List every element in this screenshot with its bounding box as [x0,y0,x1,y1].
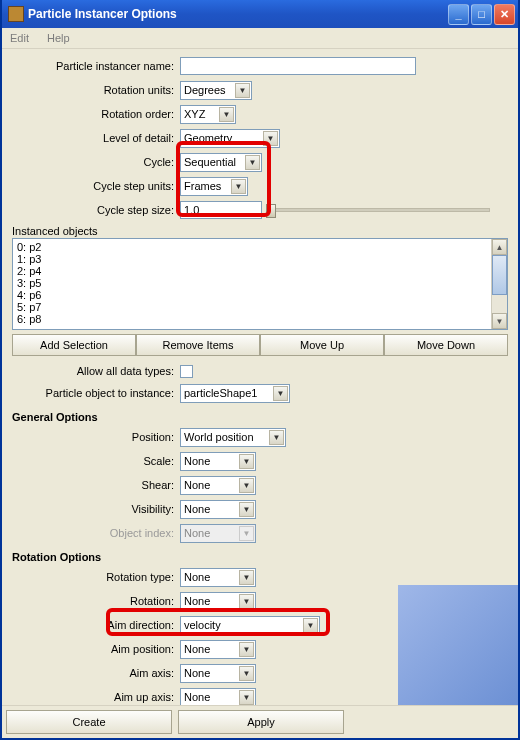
chevron-down-icon: ▼ [273,386,288,401]
position-value: World position [184,431,254,443]
move-down-button[interactable]: Move Down [384,334,508,356]
apply-button[interactable]: Apply [178,710,344,734]
cycle-value: Sequential [184,156,236,168]
minimize-button[interactable]: _ [448,4,469,25]
cycle-step-size-label: Cycle step size: [8,204,180,216]
particle-object-value: particleShape1 [184,387,257,399]
chevron-down-icon: ▼ [239,454,254,469]
rotation-label: Rotation: [8,595,180,607]
object-index-combo: None ▼ [180,524,256,543]
allow-all-data-types-label: Allow all data types: [8,365,180,377]
list-item[interactable]: 0: p2 [17,241,487,253]
title-bar: Particle Instancer Options _ □ ✕ [2,0,518,28]
cycle-step-units-combo[interactable]: Frames ▼ [180,177,248,196]
menu-bar: Edit Help [2,28,518,49]
cycle-step-units-label: Cycle step units: [8,180,180,192]
instancer-name-input[interactable] [180,57,416,75]
list-item[interactable]: 6: p8 [17,313,487,325]
rotation-type-combo[interactable]: None ▼ [180,568,256,587]
aim-direction-value: velocity [184,619,221,631]
visibility-label: Visibility: [8,503,180,515]
position-label: Position: [8,431,180,443]
chevron-down-icon: ▼ [231,179,246,194]
rotation-options-heading: Rotation Options [8,546,512,566]
rotation-combo[interactable]: None ▼ [180,592,256,611]
cycle-label: Cycle: [8,156,180,168]
remove-items-button[interactable]: Remove Items [136,334,260,356]
aim-axis-combo[interactable]: None ▼ [180,664,256,683]
scale-combo[interactable]: None ▼ [180,452,256,471]
list-item[interactable]: 5: p7 [17,301,487,313]
rotation-type-label: Rotation type: [8,571,180,583]
cycle-step-units-value: Frames [184,180,221,192]
list-item[interactable]: 3: p5 [17,277,487,289]
list-item[interactable]: 2: p4 [17,265,487,277]
visibility-combo[interactable]: None ▼ [180,500,256,519]
aim-direction-combo[interactable]: velocity ▼ [180,616,320,635]
content-area: Particle instancer name: Rotation units:… [2,49,518,705]
aim-up-axis-label: Aim up axis: [8,691,180,703]
aim-up-axis-value: None [184,691,210,703]
aim-position-combo[interactable]: None ▼ [180,640,256,659]
instanced-objects-list[interactable]: 0: p2 1: p3 2: p4 3: p5 4: p6 5: p7 6: p… [12,238,508,330]
chevron-down-icon: ▼ [239,478,254,493]
aim-axis-value: None [184,667,210,679]
menu-help[interactable]: Help [43,30,74,46]
cycle-step-size-slider[interactable] [270,208,490,212]
close-button[interactable]: ✕ [494,4,515,25]
chevron-down-icon: ▼ [239,502,254,517]
level-of-detail-combo[interactable]: Geometry ▼ [180,129,280,148]
particle-object-label: Particle object to instance: [8,387,180,399]
shear-value: None [184,479,210,491]
aim-axis-label: Aim axis: [8,667,180,679]
chevron-down-icon: ▼ [239,642,254,657]
chevron-down-icon: ▼ [239,526,254,541]
allow-all-data-types-checkbox[interactable] [180,365,193,378]
create-button[interactable]: Create [6,710,172,734]
rotation-order-combo[interactable]: XYZ ▼ [180,105,236,124]
object-index-value: None [184,527,210,539]
list-item[interactable]: 4: p6 [17,289,487,301]
decorative-patch [398,585,518,705]
particle-object-combo[interactable]: particleShape1 ▼ [180,384,290,403]
instanced-objects-items: 0: p2 1: p3 2: p4 3: p5 4: p6 5: p7 6: p… [13,239,491,329]
list-item[interactable]: 1: p3 [17,253,487,265]
window-title: Particle Instancer Options [28,7,448,21]
slider-thumb[interactable] [266,204,276,218]
chevron-down-icon: ▼ [239,594,254,609]
position-combo[interactable]: World position ▼ [180,428,286,447]
bottom-spacer [350,710,514,734]
level-of-detail-label: Level of detail: [8,132,180,144]
maximize-button[interactable]: □ [471,4,492,25]
add-selection-button[interactable]: Add Selection [12,334,136,356]
aim-position-label: Aim position: [8,643,180,655]
rotation-type-value: None [184,571,210,583]
chevron-down-icon: ▼ [239,690,254,705]
chevron-down-icon: ▼ [219,107,234,122]
move-up-button[interactable]: Move Up [260,334,384,356]
aim-position-value: None [184,643,210,655]
rotation-order-label: Rotation order: [8,108,180,120]
cycle-combo[interactable]: Sequential ▼ [180,153,262,172]
rotation-units-combo[interactable]: Degrees ▼ [180,81,252,100]
scroll-down-icon[interactable]: ▼ [492,313,507,329]
list-scrollbar[interactable]: ▲ ▼ [491,239,507,329]
chevron-down-icon: ▼ [239,570,254,585]
scale-value: None [184,455,210,467]
instancer-name-label: Particle instancer name: [8,60,180,72]
level-of-detail-value: Geometry [184,132,232,144]
aim-up-axis-combo[interactable]: None ▼ [180,688,256,706]
rotation-value: None [184,595,210,607]
rotation-units-label: Rotation units: [8,84,180,96]
rotation-units-value: Degrees [184,84,226,96]
cycle-step-size-input[interactable] [180,201,262,219]
instanced-objects-label: Instanced objects [12,225,512,237]
chevron-down-icon: ▼ [235,83,250,98]
scroll-thumb[interactable] [492,255,507,295]
visibility-value: None [184,503,210,515]
shear-combo[interactable]: None ▼ [180,476,256,495]
menu-edit[interactable]: Edit [6,30,33,46]
bottom-bar: Create Apply [2,705,518,738]
object-index-label: Object index: [8,527,180,539]
scroll-up-icon[interactable]: ▲ [492,239,507,255]
